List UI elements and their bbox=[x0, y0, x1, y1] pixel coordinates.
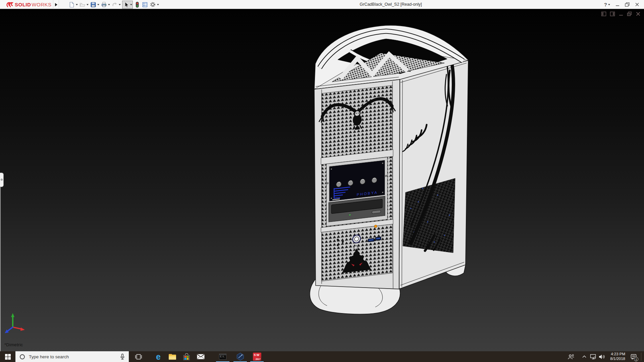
close-document-icon bbox=[636, 11, 641, 16]
file-properties-button[interactable] bbox=[142, 1, 148, 9]
document-title: GrCadBlack_Owl_S2 [Read-only] bbox=[360, 0, 422, 9]
restore-document-button[interactable] bbox=[627, 11, 632, 16]
gear-icon bbox=[150, 1, 156, 8]
dropdown-caret[interactable] bbox=[76, 4, 78, 5]
minimize-document-icon bbox=[619, 11, 624, 16]
window-controls: ? bbox=[604, 0, 639, 9]
document-window-controls bbox=[601, 11, 641, 16]
feature-pane-button[interactable] bbox=[601, 11, 606, 16]
network-icon bbox=[590, 354, 596, 359]
dropdown-caret[interactable] bbox=[608, 4, 610, 5]
y-axis-arrow bbox=[11, 313, 14, 317]
task-view-icon bbox=[135, 354, 142, 360]
solidworks-logo: SOLIDWORKS bbox=[5, 0, 52, 9]
tray-time: 4:23 PM bbox=[606, 352, 625, 357]
store-button[interactable] bbox=[180, 351, 193, 362]
close-button[interactable] bbox=[635, 2, 639, 7]
command-prompt-button[interactable]: C:\ bbox=[216, 351, 229, 362]
people-button[interactable] bbox=[566, 351, 576, 362]
close-document-button[interactable] bbox=[636, 11, 641, 16]
flyout-arrow-icon bbox=[55, 3, 57, 6]
print-icon bbox=[101, 2, 107, 8]
orientation-triad[interactable] bbox=[3, 312, 26, 335]
undo-button[interactable] bbox=[111, 1, 121, 9]
feature-pane-icon bbox=[601, 11, 606, 16]
solidworks-2017-button[interactable]: SW 2017 bbox=[250, 351, 264, 362]
mail-button[interactable] bbox=[194, 351, 207, 362]
brand-works: WORKS bbox=[32, 2, 51, 7]
open-folder-icon bbox=[79, 2, 86, 8]
model-pc-case[interactable]: PHOBYA bbox=[300, 21, 475, 316]
print-button[interactable] bbox=[101, 1, 110, 9]
cortana-icon bbox=[20, 354, 25, 359]
file-explorer-icon bbox=[169, 354, 176, 360]
stoplight-icon bbox=[134, 2, 140, 8]
dropdown-caret[interactable] bbox=[108, 4, 110, 5]
volume-button[interactable] bbox=[597, 351, 606, 362]
solidworks-mark-icon bbox=[5, 1, 14, 8]
people-icon bbox=[568, 354, 574, 360]
windows-logo-icon bbox=[5, 354, 11, 360]
graphics-viewport[interactable]: PHOBYA bbox=[0, 9, 644, 351]
brand-solid: SOLID bbox=[15, 2, 31, 7]
drive-led bbox=[349, 214, 351, 216]
select-cursor-button[interactable] bbox=[122, 1, 133, 9]
dropdown-caret[interactable] bbox=[130, 4, 132, 5]
clock[interactable]: 4:23 PM 8/1/2018 bbox=[606, 352, 625, 361]
network-button[interactable] bbox=[588, 351, 598, 362]
save-floppy-icon bbox=[90, 2, 96, 8]
store-icon bbox=[183, 353, 190, 360]
hexagon-app-icon bbox=[236, 353, 244, 361]
file-explorer-button[interactable] bbox=[166, 351, 179, 362]
windows-taskbar: Type here to search e bbox=[0, 351, 644, 362]
rebuild-button[interactable] bbox=[134, 1, 141, 9]
tray-overflow-button[interactable] bbox=[580, 351, 589, 362]
edge-button[interactable]: e bbox=[152, 351, 165, 362]
command-prompt-icon: C:\ bbox=[219, 354, 226, 360]
close-icon bbox=[635, 2, 639, 7]
speaker-icon bbox=[599, 354, 605, 359]
chevron-up-icon bbox=[582, 355, 586, 358]
composer-button[interactable] bbox=[233, 351, 247, 362]
featuremanager-collapsed-tab[interactable] bbox=[0, 173, 4, 187]
minimize-document-button[interactable] bbox=[619, 11, 624, 16]
help-button[interactable]: ? bbox=[604, 2, 610, 7]
display-pane-icon bbox=[610, 11, 615, 16]
restore-icon bbox=[625, 2, 630, 7]
show-desktop-divider[interactable] bbox=[641, 353, 641, 361]
display-pane-button[interactable] bbox=[610, 11, 615, 16]
quick-access-toolbar bbox=[68, 0, 159, 9]
notification-badge: 1 bbox=[634, 357, 638, 361]
start-button[interactable] bbox=[0, 351, 15, 362]
edge-icon: e bbox=[156, 353, 161, 361]
restore-button[interactable] bbox=[625, 2, 630, 7]
titlebar: SOLIDWORKS bbox=[0, 0, 644, 9]
action-center-button[interactable]: 1 bbox=[628, 351, 639, 362]
options-button[interactable] bbox=[149, 1, 159, 9]
search-placeholder: Type here to search bbox=[29, 354, 120, 359]
task-view-button[interactable] bbox=[132, 351, 145, 362]
minimize-icon bbox=[615, 3, 620, 7]
dropdown-caret[interactable] bbox=[157, 4, 159, 5]
microphone-icon[interactable] bbox=[120, 354, 125, 360]
dropdown-caret[interactable] bbox=[87, 4, 89, 5]
toolbar-flyout-arrow[interactable] bbox=[53, 0, 59, 9]
pin-icon bbox=[1, 179, 3, 181]
dropdown-caret[interactable] bbox=[97, 4, 99, 5]
dropdown-caret[interactable] bbox=[119, 4, 121, 5]
new-document-button[interactable] bbox=[68, 1, 78, 9]
case-side-panel[interactable] bbox=[399, 60, 468, 289]
save-button[interactable] bbox=[90, 1, 100, 9]
panel-edge-strip bbox=[0, 178, 1, 351]
case-front-panel[interactable]: PHOBYA bbox=[314, 79, 400, 299]
minimize-button[interactable] bbox=[615, 3, 620, 7]
undo-arrow-icon bbox=[112, 2, 118, 8]
mail-icon bbox=[197, 354, 205, 359]
x-axis-arrow bbox=[20, 327, 25, 331]
tray-date: 8/1/2018 bbox=[606, 357, 625, 361]
select-cursor-icon bbox=[123, 1, 129, 8]
taskbar-search-input[interactable]: Type here to search bbox=[15, 351, 129, 362]
selection-point[interactable] bbox=[374, 225, 377, 228]
open-document-button[interactable] bbox=[79, 1, 89, 9]
solidworks-2017-icon: SW 2017 bbox=[253, 353, 261, 361]
